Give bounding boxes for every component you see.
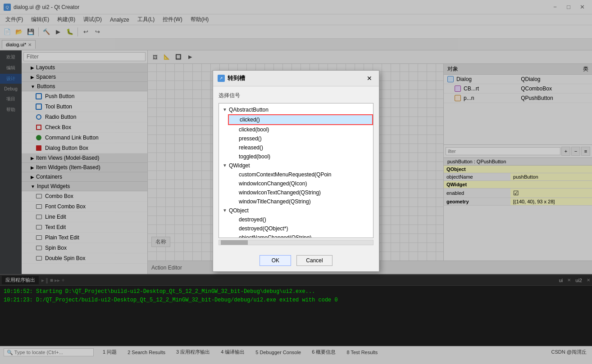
dialog-title: 转到槽 xyxy=(228,74,245,82)
signal-clicked[interactable]: clicked() xyxy=(228,114,373,125)
dialog-buttons: OK Cancel xyxy=(213,251,379,271)
signal-pressed[interactable]: pressed() xyxy=(228,134,373,143)
signal-custom-context-menu[interactable]: customContextMenuRequested(QPoin xyxy=(228,170,373,179)
dialog-close-button[interactable]: ✕ xyxy=(364,73,374,83)
node-qabstractbutton: ▼ QAbstractButton clicked() clicked(bool… xyxy=(219,105,373,161)
node-qabstractbutton-header[interactable]: ▼ QAbstractButton xyxy=(219,105,373,114)
node-qabstractbutton-label: QAbstractButton xyxy=(229,107,269,113)
signal-destroyed-qobject[interactable]: destroyed(QObject*) xyxy=(228,224,373,233)
signal-toggled-bool[interactable]: toggled(bool) xyxy=(228,152,373,161)
node-qobject-arrow: ▼ xyxy=(223,208,227,213)
dialog-scroll-thumb[interactable] xyxy=(221,240,248,245)
dialog-cancel-button[interactable]: Cancel xyxy=(296,255,332,266)
node-qabstractbutton-children: clicked() clicked(bool) pressed() releas… xyxy=(219,114,373,161)
dialog-ok-button[interactable]: OK xyxy=(260,255,291,266)
dialog-icon: ↗ xyxy=(218,75,225,82)
signal-tree[interactable]: ▼ QAbstractButton clicked() clicked(bool… xyxy=(219,103,373,238)
node-qobject: ▼ QObject destroyed() destroyed(QObject*… xyxy=(219,206,373,238)
signal-window-icon-text-changed[interactable]: windowIconTextChanged(QString) xyxy=(228,188,373,197)
signal-destroyed[interactable]: destroyed() xyxy=(228,215,373,224)
signal-tree-root: ▼ QAbstractButton clicked() clicked(bool… xyxy=(219,103,373,238)
node-qabstractbutton-arrow: ▼ xyxy=(223,107,227,112)
signal-released[interactable]: released() xyxy=(228,143,373,152)
dialog-titlebar: ↗ 转到槽 ✕ xyxy=(213,71,379,86)
node-qwidget-label: QWidget xyxy=(229,162,250,169)
node-qwidget-children: customContextMenuRequested(QPoin windowI… xyxy=(219,170,373,206)
node-qwidget-arrow: ▼ xyxy=(223,163,227,168)
node-qwidget: ▼ QWidget customContextMenuRequested(QPo… xyxy=(219,161,373,206)
dialog-body: 选择信号 ▼ QAbstractButton clicked() clicked… xyxy=(213,86,379,251)
node-qobject-header[interactable]: ▼ QObject xyxy=(219,206,373,215)
dialog-scrollbar[interactable] xyxy=(219,240,373,245)
goto-slot-dialog: ↗ 转到槽 ✕ 选择信号 ▼ QAbstractButton cl xyxy=(213,70,379,272)
dialog-signal-label: 选择信号 xyxy=(219,92,373,99)
signal-window-title-changed[interactable]: windowTitleChanged(QString) xyxy=(228,197,373,206)
signal-object-name-changed[interactable]: objectNameChanged(QString) xyxy=(228,233,373,238)
dialog-title-left: ↗ 转到槽 xyxy=(218,74,245,82)
node-qobject-label: QObject xyxy=(229,207,249,214)
node-qobject-children: destroyed() destroyed(QObject*) objectNa… xyxy=(219,215,373,238)
dialog-overlay: ↗ 转到槽 ✕ 选择信号 ▼ QAbstractButton cl xyxy=(0,0,592,364)
signal-clicked-bool[interactable]: clicked(bool) xyxy=(228,125,373,134)
node-qwidget-header[interactable]: ▼ QWidget xyxy=(219,161,373,170)
signal-window-icon-changed[interactable]: windowIconChanged(QIcon) xyxy=(228,179,373,188)
